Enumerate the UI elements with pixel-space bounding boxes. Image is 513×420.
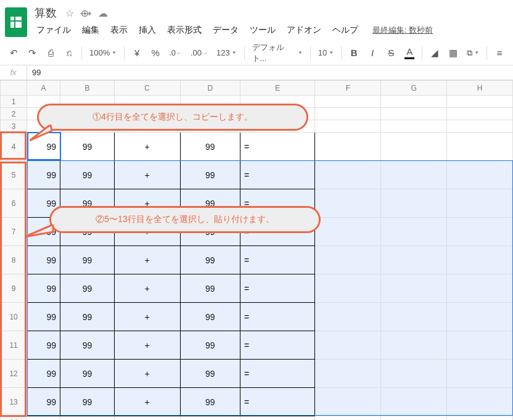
cell[interactable] (315, 360, 381, 388)
redo-button[interactable]: ↷ (23, 44, 41, 62)
cell[interactable] (447, 360, 513, 388)
cell[interactable] (114, 96, 180, 108)
menu-view[interactable]: 表示 (106, 22, 132, 38)
menu-addons[interactable]: アドオン (282, 22, 326, 38)
select-all-corner[interactable] (1, 81, 27, 96)
cell[interactable] (315, 246, 381, 274)
merge-cells-button[interactable]: ⧉▼ (463, 44, 483, 62)
cell[interactable]: + (114, 274, 180, 303)
cell[interactable] (315, 331, 381, 360)
cell[interactable] (114, 120, 180, 133)
cell[interactable]: 99 (180, 133, 240, 161)
row-header[interactable]: 3 (1, 120, 27, 133)
cell[interactable] (315, 96, 381, 108)
text-color-button[interactable]: A (401, 44, 418, 62)
cell[interactable]: 99 (180, 246, 240, 274)
col-header-E[interactable]: E (240, 81, 314, 96)
cell[interactable] (447, 96, 513, 108)
cell[interactable] (447, 108, 513, 120)
cell[interactable] (447, 331, 513, 360)
cell[interactable] (381, 161, 447, 189)
cell[interactable]: = (240, 133, 314, 161)
cell[interactable]: = (240, 274, 314, 303)
row-header[interactable]: 9 (1, 274, 27, 303)
cell[interactable] (447, 303, 513, 331)
cell[interactable] (447, 388, 513, 416)
cell[interactable] (381, 108, 447, 120)
font-dropdown[interactable]: デフォルト...▼ (248, 44, 306, 62)
row-header[interactable]: 2 (1, 108, 27, 120)
strikethrough-button[interactable]: S (382, 44, 400, 62)
star-icon[interactable]: ☆ (65, 7, 74, 19)
cell[interactable] (447, 189, 513, 218)
menu-insert[interactable]: 挿入 (134, 22, 160, 38)
cell[interactable] (60, 108, 115, 120)
row-header[interactable]: 10 (1, 303, 27, 331)
cell[interactable] (381, 120, 447, 133)
cell[interactable]: 99 (60, 246, 115, 274)
menu-help[interactable]: ヘルプ (328, 22, 363, 38)
cell[interactable]: 99 (60, 133, 115, 161)
cell[interactable]: + (114, 133, 180, 161)
cell[interactable] (381, 189, 447, 218)
menu-format[interactable]: 表示形式 (163, 22, 206, 38)
cell[interactable] (447, 120, 513, 133)
cell[interactable]: 99 (60, 331, 115, 360)
col-header-B[interactable]: B (60, 81, 115, 96)
bold-button[interactable]: B (345, 44, 363, 62)
cell[interactable] (240, 96, 314, 108)
cell[interactable] (240, 416, 314, 421)
col-header-H[interactable]: H (447, 81, 513, 96)
zoom-dropdown[interactable]: 100%▼ (86, 44, 120, 62)
cell[interactable] (180, 416, 240, 421)
cell[interactable] (381, 360, 447, 388)
col-header-G[interactable]: G (381, 81, 447, 96)
spreadsheet-grid[interactable]: A B C D E F G H 12349999+99=59999+99=699… (0, 80, 513, 420)
cell[interactable] (315, 416, 381, 421)
cell[interactable]: 99 (27, 388, 60, 416)
percent-button[interactable]: % (147, 44, 164, 62)
cell[interactable]: = (240, 189, 314, 218)
cell[interactable]: + (114, 161, 180, 189)
cell[interactable]: + (114, 388, 180, 416)
cell[interactable]: + (114, 218, 180, 246)
cell[interactable] (240, 108, 314, 120)
cell[interactable]: + (114, 189, 180, 218)
cell[interactable] (447, 218, 513, 246)
cell[interactable] (27, 416, 60, 421)
cell[interactable] (315, 161, 381, 189)
cell[interactable] (447, 246, 513, 274)
cell[interactable]: 99 (27, 331, 60, 360)
cell[interactable] (447, 161, 513, 189)
document-title[interactable]: 算数 (32, 6, 59, 20)
cell[interactable]: 99 (60, 218, 115, 246)
cell[interactable]: 99 (27, 218, 60, 246)
cell[interactable]: = (240, 331, 314, 360)
cell[interactable]: = (240, 388, 314, 416)
fill-color-button[interactable]: ◢ (426, 44, 443, 62)
cell[interactable] (315, 303, 381, 331)
cell[interactable]: = (240, 161, 314, 189)
cell[interactable]: 99 (180, 331, 240, 360)
cell[interactable] (381, 416, 447, 421)
menu-data[interactable]: データ (208, 22, 243, 38)
cell[interactable]: 99 (27, 303, 60, 331)
paint-format-button[interactable]: ⎌ (60, 44, 78, 62)
row-header[interactable]: 8 (1, 246, 27, 274)
cell[interactable] (381, 274, 447, 303)
cell[interactable]: + (114, 331, 180, 360)
cell[interactable]: + (114, 360, 180, 388)
align-button[interactable]: ≡ (491, 44, 508, 62)
cell[interactable] (447, 274, 513, 303)
cell[interactable] (381, 388, 447, 416)
cell[interactable]: 99 (180, 388, 240, 416)
cell[interactable] (27, 120, 60, 133)
row-header[interactable]: 4 (1, 133, 27, 161)
last-edit-link[interactable]: 最終編集: 数秒前 (372, 25, 433, 36)
cell[interactable]: 99 (27, 161, 60, 189)
col-header-C[interactable]: C (114, 81, 180, 96)
cell[interactable]: 99 (27, 133, 60, 161)
formula-input[interactable]: 99 (27, 68, 41, 77)
cell[interactable]: 99 (60, 161, 115, 189)
decrease-decimals-button[interactable]: .0← (165, 44, 186, 62)
